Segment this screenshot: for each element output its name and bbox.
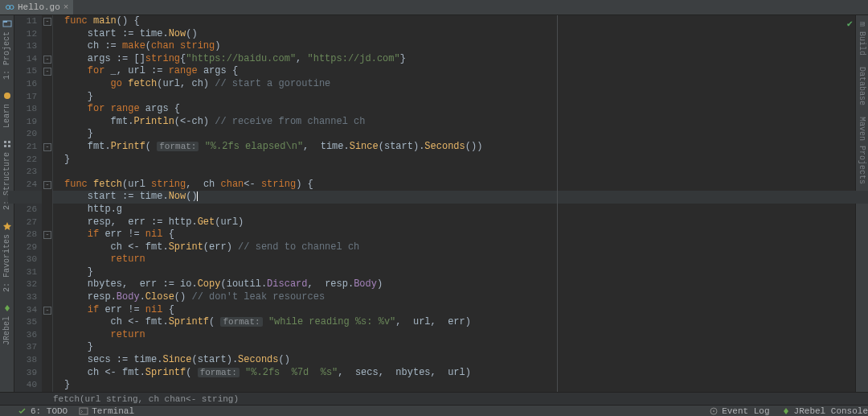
tool-tab-1-project[interactable]: 1: Project: [2, 31, 11, 80]
code-line[interactable]: return: [64, 329, 855, 342]
tool-tab-learn[interactable]: Learn: [2, 104, 11, 128]
tool-tab-m-build[interactable]: m Build: [858, 22, 866, 56]
tool-tab-icon: [2, 91, 12, 101]
code-line[interactable]: start := time.Now(): [8, 191, 868, 204]
svg-point-13: [713, 410, 714, 412]
line-number: 40: [14, 379, 37, 392]
fold-toggle[interactable]: -: [43, 231, 51, 239]
line-number: 17: [14, 91, 37, 104]
tool-tab-maven-projects[interactable]: Maven Projects: [858, 117, 866, 184]
todo-label: 6: TODO: [31, 406, 68, 416]
code-line[interactable]: fmt.Println(<-ch) // receive from channe…: [64, 116, 855, 129]
tool-tab-icon: [2, 19, 12, 28]
code-line[interactable]: [64, 166, 855, 179]
code-line[interactable]: http.g: [64, 204, 855, 216]
caret-icon: [197, 192, 198, 201]
line-number: 18: [14, 103, 37, 116]
svg-rect-6: [8, 141, 10, 143]
fold-toggle[interactable]: -: [43, 143, 51, 151]
event-log-tool[interactable]: Event Log: [709, 406, 769, 416]
svg-rect-11: [80, 408, 88, 414]
tool-tab-database[interactable]: Database: [858, 67, 866, 105]
tool-tab-jrebel[interactable]: JRebel: [2, 316, 11, 345]
code-line[interactable]: ch <- fmt.Sprint(err) // send to channel…: [64, 241, 855, 254]
code-line[interactable]: func fetch(url string, ch chan<- string)…: [64, 179, 855, 192]
event-log-label: Event Log: [722, 406, 769, 416]
tool-tab-icon: [2, 139, 12, 149]
line-number: 32: [14, 278, 37, 291]
analysis-ok-icon: ✔: [847, 18, 853, 30]
svg-point-4: [4, 93, 10, 99]
code-line[interactable]: }: [64, 379, 855, 392]
code-line[interactable]: }: [64, 91, 855, 104]
code-line[interactable]: resp.Body.Close() // don't leak resource…: [64, 291, 855, 304]
code-editor[interactable]: func main() { start := time.Now() ch := …: [53, 15, 855, 392]
code-line[interactable]: }: [64, 341, 855, 354]
line-number: 15: [14, 65, 37, 78]
line-number: 20: [14, 128, 37, 141]
code-line[interactable]: nbytes, err := io.Copy(ioutil.Discard, r…: [64, 278, 855, 291]
line-number: 27: [14, 216, 37, 229]
code-line[interactable]: fmt.Printf( format: "%.2fs elapsed\n", t…: [64, 141, 855, 154]
line-number: 26: [14, 204, 37, 216]
jrebel-console-tool[interactable]: JRebel Console: [781, 406, 868, 416]
code-line[interactable]: resp, err := http.Get(url): [64, 216, 855, 229]
tab-hello-go[interactable]: Hello.go ×: [0, 0, 73, 14]
fold-column: -------: [42, 15, 53, 392]
code-line[interactable]: for range args {: [64, 103, 855, 116]
code-line[interactable]: }: [64, 266, 855, 279]
code-line[interactable]: ch := make(chan string): [64, 40, 855, 53]
line-number: 22: [14, 154, 37, 167]
code-line[interactable]: if err != nil {: [64, 304, 855, 317]
code-line[interactable]: start := time.Now(): [64, 28, 855, 41]
editor-area: ✔ 11121314151617181920212223242526272829…: [14, 15, 855, 392]
line-number: 13: [14, 40, 37, 53]
fold-toggle[interactable]: -: [43, 18, 51, 26]
code-line[interactable]: return: [64, 253, 855, 266]
code-line[interactable]: }: [64, 128, 855, 141]
line-number: 35: [14, 316, 37, 329]
line-number: 12: [14, 28, 37, 41]
line-number: 34: [14, 304, 37, 317]
split-divider[interactable]: [557, 15, 558, 392]
line-number: 16: [14, 78, 37, 91]
code-line[interactable]: secs := time.Since(start).Seconds(): [64, 354, 855, 367]
left-tool-stripe: 1: ProjectLearn2: Structure2: FavoritesJ…: [0, 15, 14, 392]
line-number: 29: [14, 241, 37, 254]
code-line[interactable]: ch <- fmt.Sprintf( format: "%.2fs %7d %s…: [64, 367, 855, 380]
fold-toggle[interactable]: -: [43, 68, 51, 76]
line-number: 36: [14, 329, 37, 342]
fold-toggle[interactable]: -: [43, 56, 51, 64]
breadcrumb[interactable]: fetch(url string, ch chan<- string): [0, 392, 868, 405]
code-line[interactable]: }: [64, 154, 855, 167]
close-icon[interactable]: ×: [63, 2, 69, 12]
code-line[interactable]: for _, url := range args {: [64, 65, 855, 78]
line-number: 37: [14, 341, 37, 354]
line-number: 33: [14, 291, 37, 304]
right-tool-stripe: m BuildDatabaseMaven Projects: [855, 15, 868, 392]
line-number: 28: [14, 229, 37, 241]
line-number: 11: [14, 15, 37, 28]
code-line[interactable]: if err != nil {: [64, 229, 855, 241]
tool-tab-2-favorites[interactable]: 2: Favorites: [2, 234, 11, 292]
code-line[interactable]: ch <- fmt.Sprintf( format: "while readin…: [64, 316, 855, 329]
fold-toggle[interactable]: -: [43, 307, 51, 315]
todo-tool[interactable]: 6: TODO: [18, 406, 68, 416]
svg-rect-8: [8, 145, 10, 147]
code-line[interactable]: args := []string{"https://baidu.com", "h…: [64, 53, 855, 66]
terminal-tool[interactable]: Terminal: [79, 406, 134, 416]
code-line[interactable]: go fetch(url, ch) // start a goroutine: [64, 78, 855, 91]
bottom-tool-bar: 6: TODO Terminal Event Log JRebel Consol…: [0, 405, 868, 416]
fold-toggle[interactable]: -: [43, 181, 51, 189]
tab-label: Hello.go: [18, 2, 60, 12]
line-number: 19: [14, 116, 37, 129]
line-number: 39: [14, 367, 37, 380]
line-number: 14: [14, 53, 37, 66]
terminal-icon: [79, 406, 88, 416]
go-file-icon: [5, 2, 14, 12]
line-number: 21: [14, 141, 37, 154]
todo-icon: [18, 406, 27, 416]
editor-tabs: Hello.go ×: [0, 0, 868, 15]
svg-rect-3: [3, 21, 7, 23]
code-line[interactable]: func main() {: [64, 15, 855, 28]
